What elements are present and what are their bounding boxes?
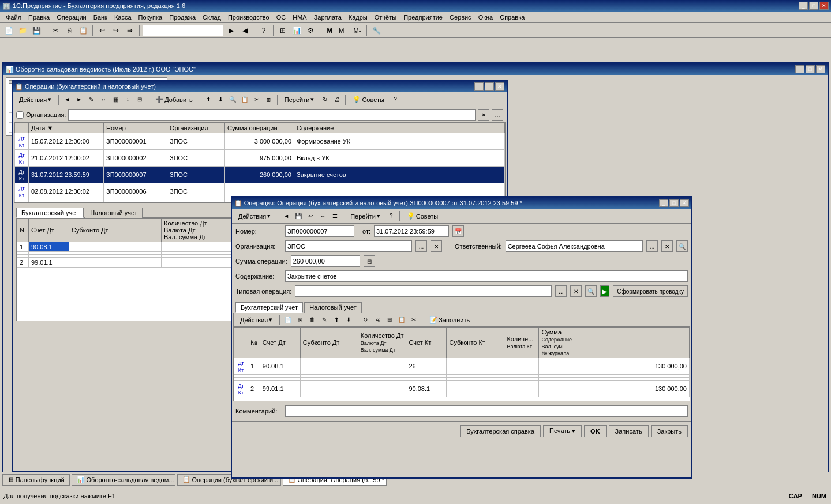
ops-btn2[interactable]: ⬇: [215, 95, 226, 105]
date-field[interactable]: [374, 225, 449, 237]
ops-btn3[interactable]: 🔍: [227, 95, 238, 105]
form-op-btn[interactable]: Сформировать проводку: [613, 285, 688, 297]
det-col-qty-dt[interactable]: Количество ДтВалюта ДтВал. сумма Дт: [358, 328, 406, 358]
ops-nav-back[interactable]: ◄: [62, 95, 72, 105]
menu-kassa[interactable]: Касса: [111, 13, 135, 22]
osv-close[interactable]: ✕: [816, 65, 825, 73]
ops-row[interactable]: ДтКт 21.07.2012 12:00:02 ЗП000000002 ЗПО…: [15, 150, 505, 167]
ops-row-selected[interactable]: ДтКт 31.07.2012 23:59:59 ЗП000000007 ЗПО…: [15, 167, 505, 183]
op-detail-actions-btn[interactable]: Действия ▾: [234, 210, 275, 223]
resp-search[interactable]: 🔍: [676, 240, 688, 252]
save-doc-btn[interactable]: Записать: [609, 425, 649, 437]
org-checkbox[interactable]: [16, 111, 24, 119]
det-col-sub-dt[interactable]: Субконто Дт: [300, 328, 358, 358]
col-org[interactable]: Организация: [167, 123, 225, 133]
menu-help[interactable]: Справка: [496, 13, 528, 22]
save-tool-btn[interactable]: 💾: [30, 24, 43, 37]
task-panel[interactable]: 🖥 Панель функций: [2, 474, 70, 486]
ops-sort-btn[interactable]: ↕: [122, 95, 133, 105]
op-detail-minimize[interactable]: _: [659, 199, 668, 207]
detail-tab-accounting[interactable]: Бухгалтерский учет: [235, 302, 303, 313]
menu-staff[interactable]: Кадры: [345, 13, 371, 22]
det-tbl-r4[interactable]: 📋: [396, 315, 407, 325]
det-nav-back[interactable]: ◄: [281, 211, 291, 221]
org-form-select[interactable]: ...: [415, 240, 427, 252]
det-col-acc-dt[interactable]: Счет Дт: [260, 328, 300, 358]
det-tbl-r2[interactable]: 🖨: [372, 315, 383, 325]
det-tbl-r1[interactable]: ↻: [360, 315, 370, 325]
tab-accounting[interactable]: Бухгалтерский учет: [16, 208, 84, 218]
open-btn[interactable]: 📁: [16, 24, 29, 37]
copy-btn[interactable]: ⎘: [63, 24, 76, 37]
det-help-btn[interactable]: ?: [386, 211, 396, 221]
ops-btn1[interactable]: ⬆: [203, 95, 214, 105]
osv-title-bar[interactable]: 📊 Оборотно-сальдовая ведомость (Июль 201…: [3, 63, 828, 75]
menu-salary[interactable]: Зарплата: [310, 13, 345, 22]
chart-btn[interactable]: 📊: [290, 24, 303, 37]
cut-btn[interactable]: ✂: [49, 24, 62, 37]
det-tbl-del[interactable]: 🗑: [307, 315, 317, 325]
form-op-play-btn[interactable]: ▶: [600, 285, 609, 297]
content-field[interactable]: [285, 270, 688, 282]
ops-maximize[interactable]: □: [485, 82, 494, 91]
table-btn[interactable]: ⊞: [276, 24, 289, 37]
org-select-btn[interactable]: ...: [492, 109, 503, 121]
det-undo-btn[interactable]: ↩: [305, 211, 316, 221]
ops-close[interactable]: ✕: [495, 82, 504, 91]
mminus-btn[interactable]: M-: [351, 24, 364, 37]
det-row1[interactable]: ДтКт 1 90.08.1 26 130 000,00: [234, 358, 690, 375]
ops-minimize[interactable]: _: [474, 82, 484, 91]
mplus-btn[interactable]: M+: [337, 24, 350, 37]
ops-add-btn[interactable]: ➕ Добавить: [151, 93, 197, 106]
menu-edit[interactable]: Правка: [25, 13, 53, 22]
det-row2[interactable]: ДтКт 2 99.01.1 90.08.1 130 000,00: [234, 381, 690, 397]
det-col-sum[interactable]: СуммаСодержаниеВал. сум...№ журнала: [539, 328, 690, 358]
ops-refresh-btn[interactable]: ⊟: [134, 95, 145, 105]
menu-file[interactable]: Файл: [2, 13, 25, 22]
menu-operations[interactable]: Операции: [53, 13, 89, 22]
col-date[interactable]: Дата ▼: [29, 123, 104, 133]
ok-btn[interactable]: OK: [584, 425, 607, 437]
typical-op-select[interactable]: ...: [555, 285, 567, 297]
tab-tax[interactable]: Налоговый учет: [85, 208, 143, 218]
close-btn[interactable]: ✕: [819, 2, 829, 10]
search-go-btn[interactable]: ▶: [224, 24, 237, 37]
det-link-btn[interactable]: ↔: [317, 211, 328, 221]
det-col-qty-kt[interactable]: Количе...Валюта Кт: [504, 328, 539, 358]
osv-maximize[interactable]: □: [806, 65, 815, 73]
det-save-btn[interactable]: 💾: [293, 211, 304, 221]
det-tbl-copy[interactable]: ⎘: [295, 315, 305, 325]
org-form-field[interactable]: [285, 240, 412, 252]
resp-field[interactable]: [506, 240, 643, 252]
help-btn[interactable]: ?: [257, 24, 270, 37]
ops-btn6[interactable]: 🗑: [264, 95, 274, 105]
ops-title-bar[interactable]: 📋 Операции (бухгалтерский и налоговый уч…: [13, 81, 507, 92]
new-doc-btn[interactable]: 📄: [2, 24, 15, 37]
menu-os[interactable]: ОС: [273, 13, 290, 22]
ops-filter-btn[interactable]: ▦: [110, 95, 121, 105]
col-num[interactable]: Номер: [104, 123, 167, 133]
comment-field[interactable]: [285, 405, 688, 417]
det-tbl-r3[interactable]: ⊟: [384, 315, 395, 325]
menu-nma[interactable]: НМА: [289, 13, 310, 22]
ops-tips-btn[interactable]: 💡 Советы: [349, 93, 388, 106]
ops-nav-fwd[interactable]: ►: [74, 95, 84, 105]
det-fill-btn[interactable]: 📝 Заполнить: [425, 314, 474, 326]
col-content[interactable]: Содержание: [294, 123, 505, 133]
print-btn[interactable]: Печать ▾: [543, 425, 582, 437]
det-tbl-up[interactable]: ⬆: [331, 315, 342, 325]
undo-btn[interactable]: ↩: [96, 24, 108, 37]
org-input[interactable]: [68, 109, 476, 121]
menu-enterprise[interactable]: Предприятие: [400, 13, 446, 22]
ops-edit-btn[interactable]: ✎: [86, 95, 96, 105]
det-tips-btn[interactable]: 💡 Советы: [403, 210, 442, 223]
ops-link-btn[interactable]: ↔: [98, 95, 108, 105]
op-detail-close[interactable]: ✕: [680, 199, 689, 207]
menu-reports[interactable]: Отчёты: [371, 13, 400, 22]
settings-btn[interactable]: ⚙: [304, 24, 317, 37]
ops-help-btn[interactable]: ?: [390, 95, 400, 105]
op-detail-maximize[interactable]: □: [669, 199, 679, 207]
ops-reload-btn[interactable]: ↻: [320, 95, 330, 105]
menu-production[interactable]: Производство: [224, 13, 273, 22]
accounting-ref-btn[interactable]: Бухгалтерская справка: [460, 425, 541, 437]
